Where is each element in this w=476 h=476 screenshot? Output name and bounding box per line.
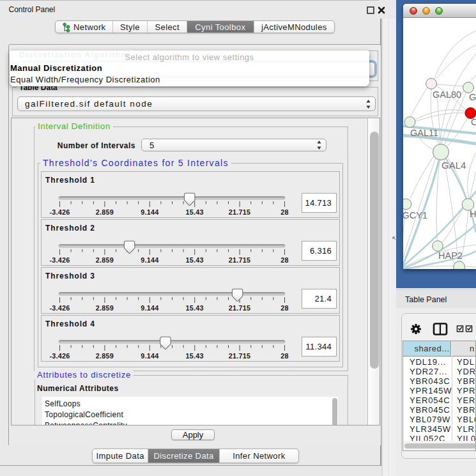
svg-text:-3.426: -3.426 [49,208,70,216]
svg-text:21.715: 21.715 [229,352,251,360]
svg-text:2.859: 2.859 [96,304,114,312]
svg-text:9.144: 9.144 [141,304,158,312]
svg-text:21.715: 21.715 [229,256,251,264]
svg-text:C: C [471,117,476,127]
svg-text:GAL4: GAL4 [441,160,466,171]
svg-text:15.43: 15.43 [186,208,204,216]
svg-text:HAP2: HAP2 [438,250,463,261]
svg-text:2.859: 2.859 [96,256,114,264]
svg-text:GCY1: GCY1 [403,210,427,220]
svg-text:15.43: 15.43 [186,256,204,264]
svg-text:GAL7: GAL7 [469,92,476,102]
svg-text:28: 28 [280,304,289,312]
svg-text:28: 28 [280,352,289,360]
svg-text:15.43: 15.43 [186,304,204,312]
svg-text:9.144: 9.144 [141,352,158,360]
svg-text:GAL80: GAL80 [433,89,461,100]
svg-text:2.859: 2.859 [96,352,114,360]
svg-text:-3.426: -3.426 [49,256,70,264]
svg-text:9.144: 9.144 [141,208,158,216]
svg-text:2.859: 2.859 [96,208,114,216]
svg-text:21.715: 21.715 [229,208,251,216]
svg-text:GAL11: GAL11 [410,128,438,138]
svg-text:-3.426: -3.426 [49,304,70,312]
svg-text:15.43: 15.43 [186,352,204,360]
svg-text:28: 28 [280,208,289,216]
svg-text:H: H [470,209,476,219]
svg-text:-3.426: -3.426 [49,352,70,360]
svg-text:28: 28 [280,256,289,264]
svg-text:9.144: 9.144 [141,256,158,264]
svg-text:21.715: 21.715 [229,304,251,312]
